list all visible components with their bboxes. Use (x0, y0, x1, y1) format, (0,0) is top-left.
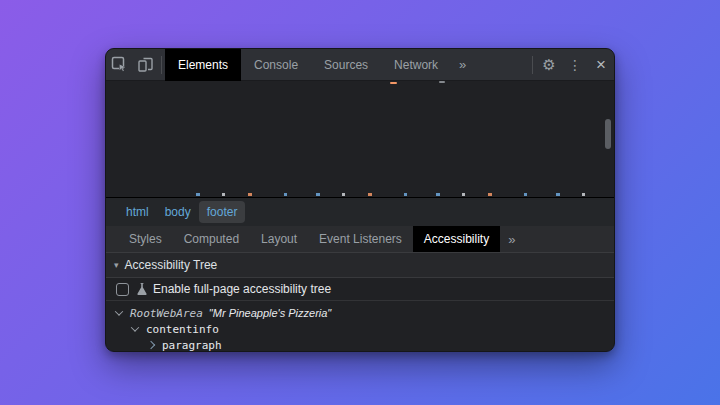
tab-event-listeners[interactable]: Event Listeners (308, 226, 413, 252)
breadcrumb-footer[interactable]: footer (199, 201, 246, 223)
breadcrumb-html[interactable]: html (118, 201, 157, 223)
clipped-dom-row[interactable] (196, 193, 604, 196)
accessibility-tree: RootWebArea "Mr Pineapple's Pizzeria" co… (106, 301, 614, 352)
enable-fullpage-a11y-label: Enable full-page accessibility tree (153, 282, 331, 296)
enable-fullpage-a11y-checkbox[interactable] (116, 283, 129, 296)
more-panels-chevron-icon[interactable]: » (451, 49, 474, 81)
toolbar-divider (532, 56, 533, 74)
elements-dom-tree: Pineapple's newsletter </h3> ▶<p>⋯</p> ▶… (106, 81, 614, 197)
settings-gear-icon[interactable]: ⚙ (536, 49, 562, 81)
chevron-right-icon[interactable] (147, 341, 155, 349)
elements-sidebar-tabs: Styles Computed Layout Event Listeners A… (106, 226, 614, 253)
enable-fullpage-a11y-row: Enable full-page accessibility tree (106, 278, 614, 301)
close-icon[interactable]: × (588, 49, 614, 81)
inspect-element-icon-glyph (111, 56, 128, 73)
kebab-menu-icon[interactable]: ⋮ (562, 49, 588, 81)
clipped-dom-row[interactable] (106, 161, 614, 165)
ax-node-paragraph[interactable]: paragraph (106, 337, 614, 352)
ax-node-rootwebarea[interactable]: RootWebArea "Mr Pineapple's Pizzeria" (106, 305, 614, 321)
clipped-dom-row-fragment (439, 81, 445, 83)
tab-sources[interactable]: Sources (311, 49, 381, 81)
devtools-window: Elements Console Sources Network » ⚙ ⋮ ×… (105, 48, 615, 352)
tab-network[interactable]: Network (381, 49, 451, 81)
devtools-toolbar: Elements Console Sources Network » ⚙ ⋮ × (106, 49, 614, 81)
breadcrumb-body[interactable]: body (157, 201, 199, 223)
device-toolbar-icon[interactable] (132, 49, 158, 81)
chevron-down-icon[interactable] (115, 307, 123, 315)
tab-computed[interactable]: Computed (173, 226, 250, 252)
tab-elements[interactable]: Elements (165, 49, 241, 81)
dom-breadcrumb: html body footer (106, 197, 614, 226)
device-toolbar-icon-glyph (137, 56, 154, 73)
section-collapse-triangle-icon[interactable]: ▾ (114, 260, 119, 270)
vertical-scrollbar-thumb[interactable] (605, 119, 611, 149)
tab-styles[interactable]: Styles (118, 226, 173, 252)
section-header-label: Accessibility Tree (125, 258, 218, 272)
inspect-element-icon[interactable] (106, 49, 132, 81)
ax-role: contentinfo (146, 323, 219, 336)
chevron-down-icon[interactable] (131, 323, 139, 331)
more-sidebar-tabs-chevron-icon[interactable]: » (500, 226, 523, 252)
tab-console[interactable]: Console (241, 49, 311, 81)
clipped-dom-row-fragment (390, 82, 397, 84)
ax-role: paragraph (162, 339, 222, 352)
devtools-panel-tabs: Elements Console Sources Network » (165, 49, 474, 81)
ax-role: RootWebArea (130, 307, 203, 320)
accessibility-tree-section-header[interactable]: ▾ Accessibility Tree (106, 253, 614, 278)
ax-node-contentinfo[interactable]: contentinfo (106, 321, 614, 337)
tab-layout[interactable]: Layout (250, 226, 308, 252)
ax-name: "Mr Pineapple's Pizzeria" (209, 307, 331, 319)
toolbar-right-controls: ⚙ ⋮ × (529, 49, 614, 81)
toolbar-divider (161, 56, 162, 74)
tab-accessibility[interactable]: Accessibility (413, 226, 500, 252)
experiment-flask-icon (136, 282, 148, 296)
